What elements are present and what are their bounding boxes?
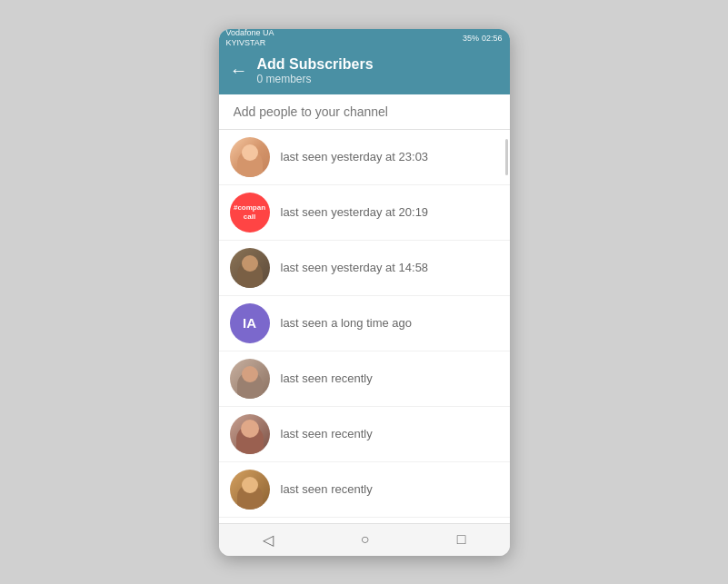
contact-status: last seen yesterday at 23:03	[281, 150, 499, 163]
avatar	[230, 248, 270, 288]
contact-list[interactable]: last seen yesterday at 23:03 #compan cal…	[219, 130, 510, 523]
list-item[interactable]: IA last seen a long time ago	[219, 296, 510, 351]
recent-nav-icon[interactable]: □	[457, 531, 466, 548]
operator-info: Vodafone UA KYIVSTAR	[226, 29, 274, 48]
back-button[interactable]: ←	[230, 60, 248, 81]
status-bar: Vodafone UA KYIVSTAR 35% 02:56	[219, 29, 510, 47]
list-item[interactable]: last seen recently	[219, 462, 510, 518]
status-right: 35% 02:56	[463, 34, 503, 43]
contact-status: last seen a long time ago	[281, 316, 499, 330]
contact-status: last seen recently	[281, 427, 499, 440]
page-header: ← Add Subscribers 0 members	[219, 47, 510, 94]
contact-status: last seen recently	[281, 482, 499, 496]
contact-status: last seen recently	[281, 371, 499, 385]
time-display: 02:56	[482, 34, 503, 43]
list-item[interactable]: #compan call last seen yesterday at 20:1…	[219, 185, 510, 241]
home-nav-icon[interactable]: ○	[361, 531, 370, 548]
avatar: #compan call	[230, 193, 270, 233]
bottom-navigation: ◁ ○ □	[219, 523, 510, 556]
list-item[interactable]: last seen recently	[219, 351, 510, 407]
member-count: 0 members	[257, 73, 374, 85]
battery-icon: 35%	[463, 34, 479, 43]
page-title: Add Subscribers	[257, 56, 374, 73]
list-item[interactable]: last seen recently	[219, 407, 510, 462]
contact-status: last seen yesterday at 14:58	[281, 261, 499, 274]
search-bar[interactable]	[219, 94, 510, 130]
list-item[interactable]: L online	[219, 518, 510, 523]
avatar	[230, 359, 270, 399]
avatar	[230, 470, 270, 510]
header-text: Add Subscribers 0 members	[257, 56, 374, 85]
search-input[interactable]	[234, 104, 495, 119]
avatar	[230, 414, 270, 454]
phone-frame: Vodafone UA KYIVSTAR 35% 02:56 ← Add Sub…	[219, 29, 510, 556]
back-nav-icon[interactable]: ◁	[263, 531, 274, 549]
list-item[interactable]: last seen yesterday at 23:03	[219, 130, 510, 185]
list-item[interactable]: last seen yesterday at 14:58	[219, 241, 510, 296]
avatar	[230, 137, 270, 177]
avatar: IA	[230, 303, 270, 343]
contact-status: last seen yesterday at 20:19	[281, 205, 499, 219]
